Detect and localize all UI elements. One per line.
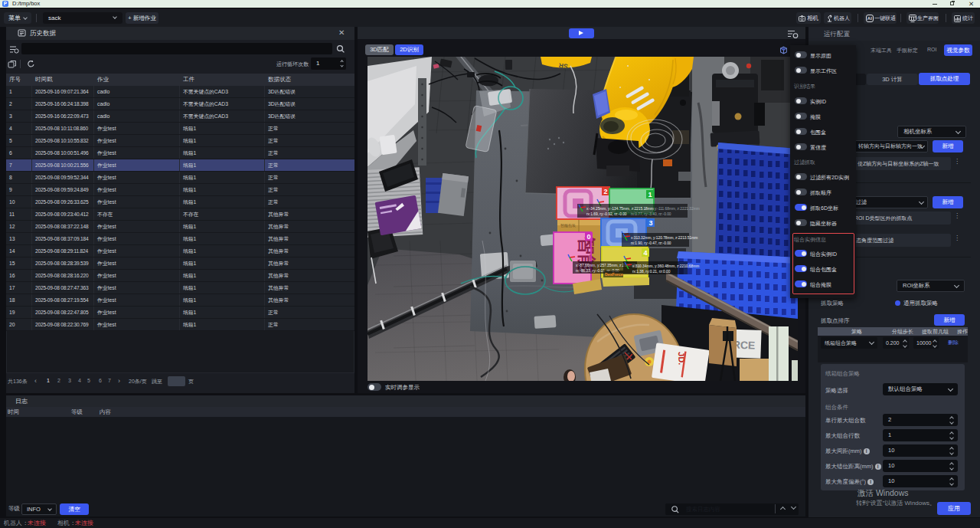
svg-text:0: 0 <box>587 233 591 241</box>
svg-text:rx:1.90, ry:-0.47, rz:-0.00: rx:1.90, ry:-0.47, rz:-0.00 <box>631 241 671 245</box>
svg-text:rx:0.77, ry:-3.40, rz:-0.00: rx:0.77, ry:-3.40, rz:-0.00 <box>631 212 671 216</box>
svg-text:rx:1.69, ry:-0.92, rz:-0.00: rx:1.69, ry:-0.92, rz:-0.00 <box>586 212 627 216</box>
svg-text:AI: AI <box>867 16 872 21</box>
svg-text:x:310.34mm, y:360.48mm, z:2210: x:310.34mm, y:360.48mm, z:2210.68mm <box>632 264 699 268</box>
svg-text:rx:1.38, ry:0.21, rz:0.00: rx:1.38, ry:0.21, rz:0.00 <box>632 270 671 274</box>
svg-text:2: 2 <box>604 188 608 195</box>
svg-text:DexForce: DexForce <box>605 272 623 277</box>
svg-text:1: 1 <box>648 191 652 198</box>
svg-text:SR: SR <box>558 62 568 71</box>
svg-text:4: 4 <box>644 249 648 257</box>
svg-text:, y:-111.68mm, z:2221.32mm: , y:-111.68mm, z:2221.32mm <box>652 207 700 211</box>
svg-text:x:-34.25mm, y:-134.75mm, z:221: x:-34.25mm, y:-134.75mm, z:2215.18mm <box>586 207 654 211</box>
svg-text:智能包装: 智能包装 <box>560 223 576 228</box>
svg-text:x:313.32mm, y:120.78mm, z:2213: x:313.32mm, y:120.78mm, z:2213.51mm <box>631 236 697 240</box>
svg-text:3: 3 <box>649 219 653 227</box>
